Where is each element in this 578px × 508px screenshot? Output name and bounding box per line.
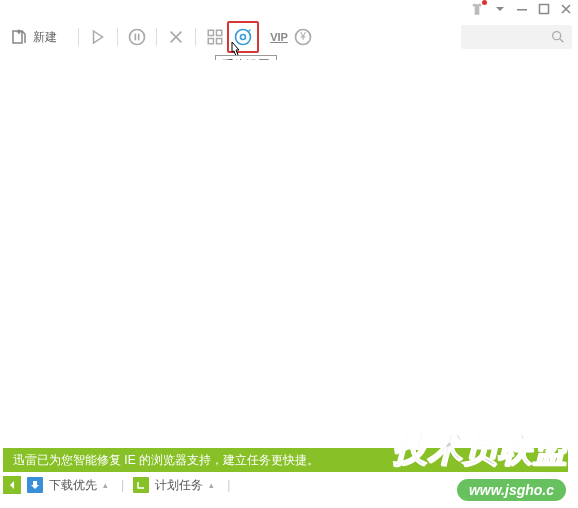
watermark-url: www.jsgho.c bbox=[457, 479, 566, 501]
separator: | bbox=[227, 478, 230, 492]
download-priority-label[interactable]: 下载优先 bbox=[49, 477, 97, 494]
plan-task-label[interactable]: 计划任务 bbox=[155, 477, 203, 494]
minimize-icon[interactable] bbox=[516, 3, 528, 15]
svg-rect-5 bbox=[208, 30, 213, 35]
svg-rect-8 bbox=[217, 39, 222, 44]
currency-button[interactable]: ¥ bbox=[291, 25, 315, 49]
close-icon[interactable] bbox=[560, 3, 572, 15]
tshirt-icon[interactable] bbox=[470, 2, 484, 16]
play-button[interactable] bbox=[86, 26, 110, 48]
svg-rect-1 bbox=[540, 5, 549, 14]
plan-task-icon bbox=[133, 477, 149, 493]
caret-icon: ▴ bbox=[103, 480, 108, 490]
dropdown-icon[interactable] bbox=[494, 3, 506, 15]
apps-button[interactable] bbox=[203, 26, 227, 48]
divider bbox=[117, 28, 118, 46]
new-task-button[interactable]: 新建 bbox=[6, 26, 61, 48]
svg-text:¥: ¥ bbox=[299, 31, 306, 42]
svg-point-13 bbox=[553, 32, 561, 40]
divider bbox=[78, 28, 79, 46]
search-input[interactable] bbox=[461, 25, 572, 49]
divider bbox=[195, 28, 196, 46]
divider bbox=[156, 28, 157, 46]
content-area bbox=[0, 60, 578, 443]
separator: | bbox=[121, 478, 124, 492]
svg-rect-4 bbox=[138, 34, 140, 41]
new-task-label: 新建 bbox=[33, 29, 57, 46]
watermark-text: 技术员联盟 bbox=[393, 427, 568, 473]
download-priority-icon bbox=[27, 477, 43, 493]
svg-rect-3 bbox=[135, 34, 137, 41]
search-icon bbox=[550, 29, 566, 45]
pause-button[interactable] bbox=[125, 25, 149, 49]
vip-button[interactable]: VIP bbox=[267, 28, 291, 46]
svg-rect-6 bbox=[217, 30, 222, 35]
svg-point-2 bbox=[130, 30, 145, 45]
delete-button[interactable] bbox=[164, 27, 188, 47]
svg-point-10 bbox=[241, 35, 246, 40]
svg-rect-7 bbox=[208, 39, 213, 44]
nav-left-button[interactable] bbox=[3, 476, 21, 494]
svg-rect-0 bbox=[517, 9, 527, 11]
caret-icon: ▴ bbox=[209, 480, 214, 490]
maximize-icon[interactable] bbox=[538, 3, 550, 15]
